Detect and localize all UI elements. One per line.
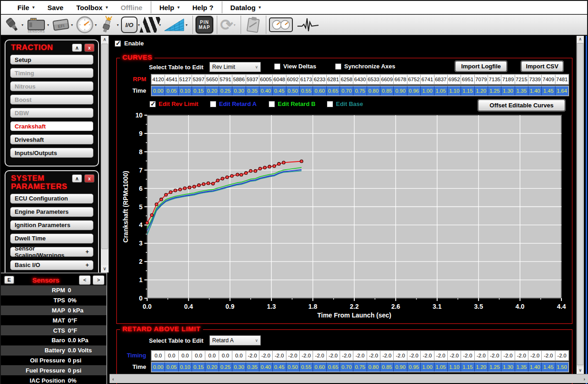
rpm-cell[interactable]: 6048 — [273, 75, 286, 84]
sidebar-item-driveshaft[interactable]: Driveshaft — [10, 134, 93, 145]
rev-limit-point[interactable] — [179, 188, 181, 191]
rpm-cell[interactable]: 6233 — [313, 75, 326, 84]
menu-toolbox[interactable]: Toolbox▾ — [70, 1, 114, 14]
time-cell[interactable]: 0.90 — [394, 86, 407, 95]
dual-gauges-icon[interactable] — [269, 17, 293, 32]
traction-stripes-icon[interactable] — [140, 17, 161, 33]
sensors-icon[interactable]: SENSORS — [26, 17, 47, 33]
timing-cell[interactable]: 0.0 — [232, 351, 246, 360]
rpm-cell[interactable]: 6005 — [259, 75, 273, 84]
rev-limit-point[interactable] — [183, 187, 186, 189]
edit-base-checkbox[interactable] — [327, 101, 333, 107]
rpm-cell[interactable]: 7409 — [542, 75, 555, 84]
menu-help-[interactable]: Help ? — [186, 1, 220, 14]
timing-cell[interactable]: 0.0 — [219, 351, 232, 360]
view-deltas-checkbox[interactable] — [274, 63, 280, 70]
time-cell[interactable]: 0.55 — [300, 86, 313, 95]
efi-box-icon[interactable]: EFI — [51, 16, 71, 33]
rev-limit-point[interactable] — [264, 166, 266, 169]
time-cell[interactable]: 1.10 — [448, 86, 461, 95]
main-vertical-scrollbar[interactable]: ∧ ∨ — [577, 36, 584, 374]
timing-cell[interactable]: -2.0 — [327, 351, 340, 360]
rpm-cell[interactable]: 7079 — [475, 75, 488, 84]
sparkplug-icon[interactable] — [99, 15, 116, 34]
time-cell[interactable]: 0.10 — [179, 86, 192, 95]
rev-limit-point[interactable] — [245, 172, 247, 174]
menu-help[interactable]: Help▾ — [153, 1, 186, 14]
rev-limit-point[interactable] — [258, 167, 261, 170]
time-cell[interactable]: 0.30 — [232, 362, 246, 372]
time-cell[interactable]: 1.20 — [475, 362, 488, 372]
rev-limit-point[interactable] — [236, 173, 239, 176]
time-cell[interactable]: 0.20 — [205, 86, 219, 95]
menu-save[interactable]: Save — [41, 1, 70, 14]
rpm-cell[interactable]: 7135 — [488, 75, 501, 84]
time-cell[interactable]: 1.00 — [421, 362, 434, 372]
pulse-waveform-icon[interactable] — [297, 16, 319, 34]
rev-limit-point[interactable] — [160, 198, 163, 201]
sensors-dropdown-arrow[interactable]: ▾ — [47, 23, 49, 27]
menu-file[interactable]: File▾ — [11, 1, 41, 14]
time-cell[interactable]: 0.60 — [313, 86, 326, 95]
timing-cell[interactable]: 0.0 — [152, 351, 165, 360]
rpm-cell[interactable]: 5127 — [179, 75, 192, 84]
rpm-cell[interactable]: 7215 — [515, 75, 528, 84]
time-cell[interactable]: 1.25 — [488, 86, 501, 95]
rev-limit-point[interactable] — [146, 221, 148, 224]
sparkplug-dropdown-arrow[interactable]: ▾ — [117, 23, 119, 27]
rpm-cell[interactable]: 6258 — [340, 75, 353, 84]
rpm-cell[interactable]: 6741 — [421, 75, 434, 84]
timing-cell[interactable]: -2.0 — [461, 351, 474, 360]
timing-cell[interactable]: 0.0 — [192, 351, 205, 360]
rpm-cell[interactable]: 7339 — [528, 75, 542, 84]
timing-cell[interactable]: -2.0 — [528, 351, 542, 360]
time-cell[interactable]: 0.40 — [259, 86, 273, 95]
time-cell[interactable]: 1.20 — [475, 86, 488, 95]
time-cell[interactable]: 0.10 — [179, 362, 192, 372]
efi-dropdown-arrow[interactable]: ▾ — [71, 23, 73, 27]
rpm-cell[interactable]: 6533 — [367, 75, 380, 84]
time-cell[interactable]: 0.70 — [340, 86, 353, 95]
sidebar-item-inputs-outputs[interactable]: Inputs/Outputs — [10, 148, 93, 158]
timing-cell[interactable]: 0.0 — [179, 351, 192, 360]
rpm-cell[interactable]: 6281 — [327, 75, 340, 84]
timing-cell[interactable]: -2.0 — [475, 351, 488, 360]
sensors-prev-button[interactable]: < — [79, 275, 91, 285]
timing-cell[interactable]: -2.0 — [448, 351, 461, 360]
time-cell[interactable]: 0.75 — [353, 86, 367, 95]
retard-table-select[interactable]: Retard A ∨ — [209, 335, 261, 345]
edit-retard-b-checkbox[interactable] — [269, 101, 275, 107]
crankshaft-chart[interactable]: 0123456789100.00.40.91.31.82.22.63.13.54… — [121, 112, 569, 321]
time-cell[interactable]: 0.00 — [152, 86, 165, 95]
sidebar-item-setup[interactable]: Setup — [10, 55, 93, 65]
time-cell[interactable]: 0.96 — [407, 86, 421, 95]
time-cell[interactable]: 1.40 — [528, 86, 542, 95]
traction-close-button[interactable]: x — [84, 44, 94, 52]
timing-cell[interactable]: -2.0 — [515, 351, 528, 360]
rpm-cell[interactable]: 6952 — [448, 75, 461, 84]
rev-limit-point[interactable] — [268, 165, 271, 168]
timing-cell[interactable]: -2.0 — [380, 351, 394, 360]
rev-limit-point[interactable] — [254, 170, 257, 173]
time-cell[interactable]: 0.90 — [394, 362, 407, 372]
rev-limit-point[interactable] — [155, 203, 158, 206]
enable-checkbox[interactable] — [115, 40, 121, 47]
sidebar-scroll-down-arrow[interactable]: ∨ — [101, 265, 109, 273]
traction-dropdown-arrow[interactable]: ▾ — [159, 23, 161, 27]
sidebar-item-engine-parameters[interactable]: Engine Parameters — [10, 207, 93, 217]
offset-editable-curves-button[interactable]: Offset Editable Curves — [478, 100, 565, 111]
injector-icon[interactable] — [4, 16, 21, 34]
time-cell[interactable]: 0.25 — [219, 86, 232, 95]
rev-limit-point[interactable] — [207, 182, 209, 184]
time-cell[interactable]: 1.15 — [461, 86, 474, 95]
pin-map-button[interactable]: PIN MAP — [196, 16, 213, 33]
rpm-cell[interactable]: 6430 — [353, 75, 367, 84]
time-cell[interactable]: 1.64 — [555, 86, 568, 95]
main-scroll-left-arrow[interactable]: ‹ — [110, 376, 117, 382]
menu-datalog[interactable]: Datalog▾ — [224, 1, 268, 14]
timing-cell[interactable]: -2.0 — [353, 351, 367, 360]
system-collapse-button[interactable]: ∧ — [72, 174, 82, 183]
time-cell[interactable]: 1.35 — [515, 362, 528, 372]
main-horizontal-scrollbar[interactable]: ‹ › — [110, 374, 588, 383]
gauge-icon[interactable] — [75, 15, 94, 34]
